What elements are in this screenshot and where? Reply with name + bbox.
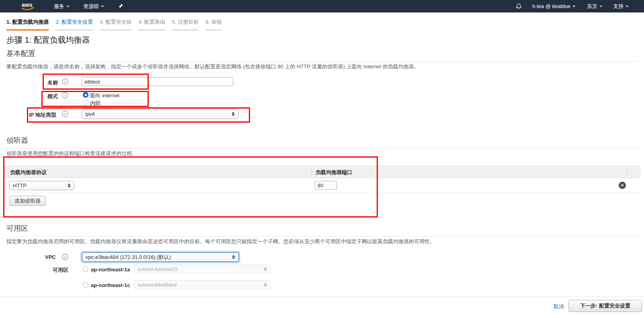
- scheme-radio-internet-facing[interactable]: [83, 92, 88, 98]
- basic-config-heading: 基本配置: [6, 49, 638, 62]
- chevron-down-icon: [599, 6, 603, 7]
- tab-step-6-review[interactable]: 6. 审核: [205, 18, 222, 31]
- select-stepper-icon: [232, 255, 235, 259]
- az-name-ap-northeast-1a: ap-northeast-1a: [91, 267, 130, 273]
- scheme-option-internal-label: 内部: [90, 100, 100, 107]
- basic-config-description: 要配置负载均衡器，请提供名称，选择架构，指定一个或多个侦听器并选择网络。默认配置…: [6, 63, 419, 70]
- subnet-select-ap-northeast-1c[interactable]: subnet-b6ef9ded: [134, 280, 271, 289]
- nav-resource-groups-label: 资源组: [83, 3, 99, 10]
- pin-icon: [118, 3, 123, 9]
- ip-type-label: IP 地址类型: [29, 111, 56, 119]
- select-stepper-icon: [264, 267, 267, 271]
- subnet-value-ap-northeast-1c: subnet-b6ef9ded: [137, 282, 177, 288]
- svg-text:aws: aws: [22, 2, 33, 8]
- tab-step-3-configure-security-groups[interactable]: 3. 配置安全组: [100, 18, 131, 31]
- svg-text:i: i: [65, 80, 66, 84]
- scheme-label: 模式: [47, 93, 58, 100]
- add-listener-button[interactable]: 添加侦听器: [9, 196, 46, 206]
- vpc-select[interactable]: vpc-e3bac484 (172.31.0.0/16) (默认): [82, 252, 239, 262]
- vpc-label: VPC: [45, 254, 56, 260]
- page-title: 步骤 1: 配置负载均衡器: [6, 35, 90, 45]
- scheme-info-icon[interactable]: i: [62, 92, 68, 98]
- account-name: h.tea @ iteablue: [532, 3, 570, 9]
- column-separator: [312, 168, 312, 176]
- top-navbar: aws 服务 资源组: [0, 0, 644, 12]
- chevron-down-icon: [572, 6, 576, 7]
- cancel-link[interactable]: 取消: [554, 303, 564, 310]
- aws-logo[interactable]: aws: [19, 1, 36, 12]
- ip-type-info-icon[interactable]: i: [62, 111, 68, 117]
- footer-divider: [0, 296, 644, 297]
- select-stepper-icon: [68, 183, 71, 188]
- notifications-button[interactable]: [516, 3, 522, 10]
- bell-icon: [516, 3, 522, 10]
- listener-port-input[interactable]: [315, 181, 337, 190]
- subnet-select-ap-northeast-1a[interactable]: subnet-6acece23: [134, 265, 271, 274]
- vpc-selected-value: vpc-e3bac484 (172.31.0.0/16) (默认): [86, 254, 171, 261]
- listener-protocol-value: HTTP: [13, 183, 27, 189]
- subnet-value-ap-northeast-1a: subnet-6acece23: [137, 266, 178, 272]
- name-label: 名称: [47, 79, 58, 86]
- tab-step-4-configure-routing[interactable]: 4. 配置路由: [138, 18, 165, 31]
- nav-region-menu[interactable]: 东京: [587, 3, 603, 10]
- delete-listener-icon[interactable]: ✕: [619, 182, 626, 189]
- ip-type-select[interactable]: ipv4: [82, 109, 238, 119]
- availability-zones-description: 指定要为负载均衡器启用的可用区。负载均衡器仅将流量路由至这些可用区中的目标。每个…: [6, 238, 435, 245]
- nav-services-menu[interactable]: 服务: [54, 3, 70, 10]
- listener-table-header: 负载均衡器协议 负载均衡器端口: [4, 166, 641, 178]
- wizard-step-tabs: 1. 配置负载均衡器 2. 配置安全设置 3. 配置安全组 4. 配置路由 5.…: [6, 18, 229, 31]
- vpc-info-icon[interactable]: i: [62, 254, 68, 260]
- region-name: 东京: [587, 3, 597, 10]
- svg-text:i: i: [65, 112, 66, 116]
- pin-shortcut-button[interactable]: [118, 3, 123, 9]
- chevron-down-icon: [626, 6, 629, 7]
- protocol-column-header: 负载均衡器协议: [10, 169, 47, 176]
- select-stepper-icon: [264, 283, 267, 287]
- svg-text:i: i: [65, 93, 66, 98]
- nav-support-menu[interactable]: 支持: [613, 3, 629, 10]
- next-step-button[interactable]: 下一步: 配置安全设置: [568, 300, 642, 312]
- scheme-option-internet-label: 面向 internet: [90, 92, 119, 99]
- chevron-down-icon: [101, 6, 104, 7]
- tab-step-5-register-targets[interactable]: 5. 注册目标: [172, 18, 199, 31]
- nav-services-label: 服务: [54, 3, 64, 10]
- support-label: 支持: [613, 3, 623, 10]
- scheme-radio-internal[interactable]: [83, 100, 88, 105]
- column-separator: [627, 168, 628, 176]
- ip-type-selected-value: ipv4: [85, 111, 95, 117]
- nav-account-menu[interactable]: h.tea @ iteablue: [532, 3, 576, 9]
- tab-step-1-configure-load-balancer[interactable]: 1. 配置负载均衡器: [6, 18, 49, 31]
- name-info-icon[interactable]: i: [62, 78, 68, 85]
- listeners-description: 侦听器是使用您配置的协议和端口检查连接请求的过程。: [6, 150, 137, 157]
- az-label: 可用区: [53, 267, 68, 274]
- listener-protocol-select[interactable]: HTTP: [9, 181, 74, 190]
- az-checkbox-ap-northeast-1a[interactable]: [83, 267, 88, 272]
- nav-resource-groups-menu[interactable]: 资源组: [83, 3, 104, 10]
- az-checkbox-ap-northeast-1c[interactable]: [83, 282, 88, 287]
- tab-step-2-configure-security-settings[interactable]: 2. 配置安全设置: [55, 18, 92, 31]
- listeners-heading: 侦听器: [6, 135, 638, 148]
- port-column-header: 负载均衡器端口: [316, 169, 352, 176]
- chevron-down-icon: [66, 6, 70, 7]
- select-stepper-icon: [232, 112, 235, 116]
- availability-zones-heading: 可用区: [6, 224, 638, 236]
- svg-text:i: i: [65, 255, 66, 259]
- configure-load-balancer-page: aws 服务 资源组: [0, 0, 644, 318]
- aws-logo-icon: aws: [19, 1, 36, 12]
- az-name-ap-northeast-1c: ap-northeast-1c: [91, 282, 130, 288]
- name-input[interactable]: [82, 77, 233, 86]
